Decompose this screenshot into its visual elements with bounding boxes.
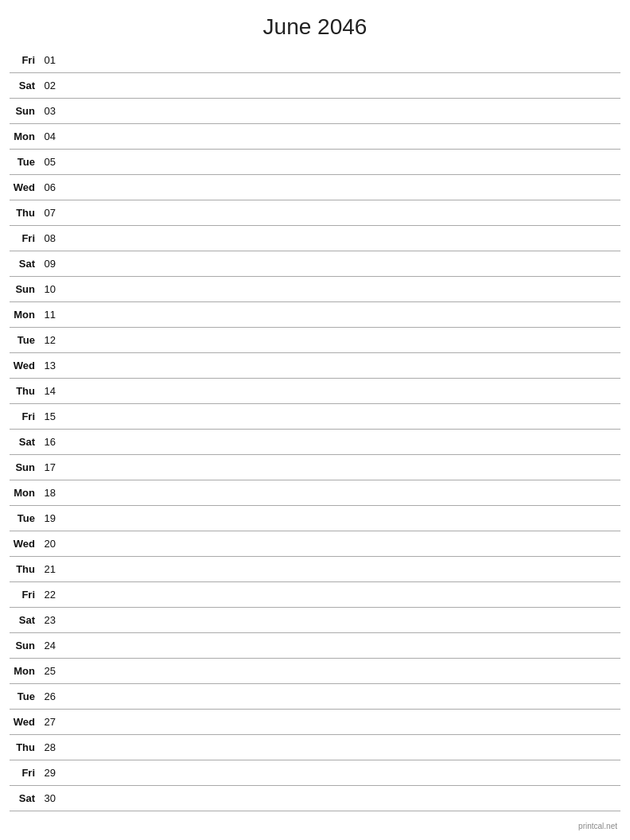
day-name: Sat (10, 80, 40, 91)
day-number: 28 (40, 741, 62, 753)
day-name: Thu (10, 385, 40, 397)
day-number: 08 (40, 232, 62, 244)
day-number: 16 (40, 436, 62, 448)
day-line (62, 543, 620, 544)
day-name: Thu (10, 207, 40, 219)
day-line (62, 798, 620, 799)
day-name: Mon (10, 665, 40, 677)
day-row: Thu14 (10, 379, 620, 404)
day-row: Fri29 (10, 760, 620, 786)
day-number: 26 (40, 690, 62, 702)
day-row: Sat23 (10, 608, 620, 633)
day-line (62, 263, 620, 264)
day-line (62, 111, 620, 111)
day-name: Fri (10, 232, 40, 244)
day-row: Wed06 (10, 175, 620, 200)
day-row: Mon04 (10, 124, 620, 150)
day-row: Fri01 (10, 48, 620, 73)
day-line (62, 772, 620, 773)
day-number: 22 (40, 589, 62, 601)
day-name: Sun (10, 640, 40, 651)
day-row: Sun24 (10, 633, 620, 659)
day-line (62, 594, 620, 595)
day-number: 24 (40, 640, 62, 651)
day-row: Fri22 (10, 582, 620, 608)
day-number: 10 (40, 283, 62, 295)
day-line (62, 620, 620, 620)
day-number: 11 (40, 309, 62, 321)
footer-watermark: printcal.net (578, 822, 617, 830)
day-name: Wed (10, 181, 40, 193)
day-line (62, 60, 620, 60)
day-name: Fri (10, 410, 40, 422)
day-number: 02 (40, 80, 62, 91)
day-name: Sun (10, 283, 40, 295)
day-row: Thu28 (10, 735, 620, 760)
day-row: Sat02 (10, 73, 620, 99)
day-number: 25 (40, 665, 62, 677)
day-name: Mon (10, 309, 40, 321)
day-row: Thu21 (10, 557, 620, 582)
day-number: 13 (40, 360, 62, 371)
day-line (62, 671, 620, 671)
day-name: Tue (10, 512, 40, 524)
day-number: 12 (40, 334, 62, 346)
day-line (62, 721, 620, 722)
day-line (62, 314, 620, 315)
day-number: 17 (40, 461, 62, 473)
day-number: 03 (40, 105, 62, 117)
day-name: Thu (10, 741, 40, 753)
day-number: 30 (40, 792, 62, 804)
day-row: Mon25 (10, 659, 620, 684)
day-line (62, 85, 620, 86)
day-number: 14 (40, 385, 62, 397)
day-row: Sat16 (10, 430, 620, 455)
day-name: Sat (10, 614, 40, 626)
day-name: Wed (10, 360, 40, 371)
day-name: Sat (10, 436, 40, 448)
day-number: 23 (40, 614, 62, 626)
day-row: Tue05 (10, 150, 620, 175)
day-number: 01 (40, 54, 62, 66)
day-line (62, 187, 620, 188)
day-name: Fri (10, 54, 40, 66)
day-row: Fri15 (10, 404, 620, 430)
day-number: 19 (40, 512, 62, 524)
day-name: Sat (10, 792, 40, 804)
day-line (62, 569, 620, 570)
day-number: 18 (40, 487, 62, 499)
day-row: Tue26 (10, 684, 620, 710)
day-line (62, 696, 620, 697)
day-number: 27 (40, 716, 62, 728)
day-row: Mon18 (10, 480, 620, 506)
day-line (62, 441, 620, 442)
day-number: 21 (40, 563, 62, 575)
day-line (62, 492, 620, 493)
day-name: Tue (10, 334, 40, 346)
day-line (62, 212, 620, 213)
day-row: Thu07 (10, 200, 620, 226)
day-number: 04 (40, 130, 62, 142)
day-name: Tue (10, 690, 40, 702)
day-name: Sun (10, 461, 40, 473)
calendar-list: Fri01Sat02Sun03Mon04Tue05Wed06Thu07Fri08… (0, 48, 630, 811)
day-line (62, 340, 620, 340)
day-row: Sat30 (10, 786, 620, 811)
day-number: 09 (40, 258, 62, 270)
day-name: Sat (10, 258, 40, 270)
day-name: Sun (10, 105, 40, 117)
day-name: Fri (10, 767, 40, 779)
day-row: Mon11 (10, 302, 620, 328)
day-name: Mon (10, 130, 40, 142)
day-row: Tue12 (10, 328, 620, 353)
day-name: Fri (10, 589, 40, 601)
day-line (62, 289, 620, 290)
day-row: Wed20 (10, 531, 620, 557)
day-row: Sun03 (10, 99, 620, 124)
day-number: 29 (40, 767, 62, 779)
day-name: Tue (10, 156, 40, 168)
day-row: Wed27 (10, 710, 620, 735)
day-line (62, 365, 620, 366)
day-number: 20 (40, 538, 62, 550)
day-line (62, 518, 620, 519)
